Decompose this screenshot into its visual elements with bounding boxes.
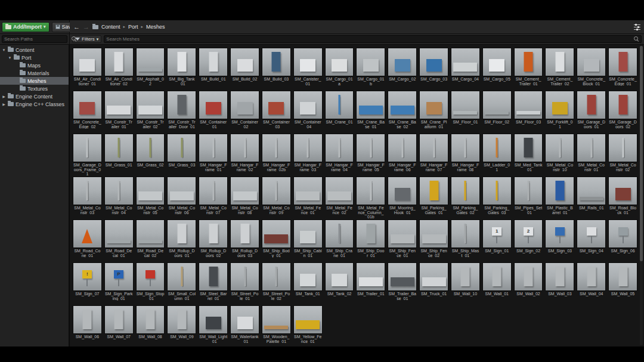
asset-tile[interactable]: SM_Floor_02 bbox=[481, 89, 513, 132]
asset-tile[interactable]: SM_Canister_01 bbox=[292, 47, 324, 89]
asset-tile[interactable]: SM_Wooden_Palette_01 bbox=[261, 304, 292, 346]
asset-tile[interactable]: SM_Metal_Constr_10 bbox=[544, 132, 575, 175]
asset-tile[interactable]: SM_Metal_Fence_Column_01b bbox=[355, 175, 386, 218]
asset-tile[interactable]: SM_Wall_09 bbox=[166, 304, 197, 346]
asset-tile[interactable]: 1SM_Sign_01 bbox=[481, 218, 513, 261]
sidebar-item-content[interactable]: ▼Content bbox=[0, 46, 69, 54]
asset-tile[interactable]: SM_Constr_Trailer_Door_01 bbox=[166, 89, 197, 132]
asset-tile[interactable]: SM_Constr_Trailer_01 bbox=[103, 89, 135, 132]
asset-tile[interactable]: SM_Sign_Stop_01 bbox=[135, 261, 166, 304]
asset-tile[interactable]: SM_Ship_Body_01 bbox=[261, 218, 292, 261]
asset-tile[interactable]: SM_Wall_01 bbox=[481, 261, 513, 304]
asset-tile[interactable]: SM_Crane_01 bbox=[324, 89, 355, 132]
asset-tile[interactable]: SM_Pipes_Set_01 bbox=[513, 175, 544, 218]
asset-tile[interactable]: SM_Wall_06 bbox=[72, 304, 103, 346]
asset-tile[interactable]: SM_Cement_Trailer_02 bbox=[544, 47, 575, 89]
asset-tile[interactable]: SM_Ship_Cabin_01 bbox=[292, 218, 324, 261]
sidebar-item-engine-content[interactable]: ▶Engine Content bbox=[0, 92, 69, 100]
asset-tile[interactable]: SM_Ship_Crane_01 bbox=[324, 218, 355, 261]
asset-tile[interactable]: SM_Metal_Constr_07 bbox=[197, 175, 229, 218]
asset-tile[interactable]: SM_Container_03 bbox=[261, 89, 292, 132]
asset-tile[interactable]: SM_Wall_07 bbox=[103, 304, 135, 346]
asset-tile[interactable]: SM_Concrete_Edge_01 bbox=[607, 47, 639, 89]
asset-tile[interactable]: SM_Build_01 bbox=[197, 47, 229, 89]
asset-tile[interactable]: SM_Cargo_03 bbox=[418, 47, 450, 89]
asset-tile[interactable]: SM_Concrete_Block_01 bbox=[575, 47, 607, 89]
sidebar-item-engine-c-classes[interactable]: ▶Engine C++ Classes bbox=[0, 100, 69, 108]
forward-button[interactable]: → bbox=[83, 24, 89, 30]
asset-tile[interactable]: SM_Steel_Barrel_01 bbox=[197, 261, 229, 304]
asset-tile[interactable]: SM_Parking_Gates_01 bbox=[418, 175, 450, 218]
asset-tile[interactable]: SM_Build_03 bbox=[261, 47, 292, 89]
asset-tile[interactable]: SM_Cargo_01b bbox=[355, 47, 386, 89]
asset-tile[interactable]: SM_Trailer_Base_01 bbox=[386, 261, 418, 304]
asset-tile[interactable]: SM_Cargo_02 bbox=[386, 47, 418, 89]
asset-tile[interactable]: SM_Watertank_01 bbox=[229, 304, 261, 346]
asset-tile[interactable]: SM_Wall_Light_01 bbox=[197, 304, 229, 346]
asset-tile[interactable]: SM_Concrete_Edge_02 bbox=[72, 89, 103, 132]
asset-tile[interactable]: SM_Air_Conditioner_01 bbox=[72, 47, 103, 89]
asset-tile[interactable]: SM_Container_01 bbox=[197, 89, 229, 132]
asset-tile[interactable]: SM_Metal_Fence_02 bbox=[324, 175, 355, 218]
asset-tile[interactable]: 2SM_Sign_02 bbox=[513, 218, 544, 261]
asset-tile[interactable]: SM_Trailer_01 bbox=[355, 261, 386, 304]
breadcrumb-item[interactable]: Meshes bbox=[146, 24, 165, 30]
asset-tile[interactable]: SM_Hangar_Frame_02b bbox=[261, 132, 292, 175]
asset-tile[interactable]: SM_Ship_Mast_01 bbox=[450, 218, 481, 261]
asset-tile[interactable]: SM_Hangar_Frame_02 bbox=[229, 132, 261, 175]
sidebar-item-maps[interactable]: Maps bbox=[0, 61, 69, 69]
tree-expander-icon[interactable]: ▶ bbox=[2, 102, 6, 106]
asset-tile[interactable]: SM_Road_Decal_02 bbox=[135, 218, 166, 261]
asset-tile[interactable]: SM_Asphalt_02 bbox=[135, 47, 166, 89]
asset-tile[interactable]: SM_Rollup_Doors_02 bbox=[197, 218, 229, 261]
asset-tile[interactable]: SM_Sign_04 bbox=[575, 218, 607, 261]
asset-tile[interactable]: SM_Road_Decal_01 bbox=[103, 218, 135, 261]
sidebar-item-port[interactable]: ▼Port bbox=[0, 54, 69, 61]
asset-tile[interactable]: SM_Road_Cone_01 bbox=[72, 218, 103, 261]
asset-tile[interactable]: SM_Ship_Fence_02 bbox=[418, 218, 450, 261]
view-settings-icon[interactable] bbox=[634, 24, 640, 30]
asset-tile[interactable]: SM_Parking_Gates_02 bbox=[450, 175, 481, 218]
asset-tile[interactable]: SM_Garage_Doors_Frame_01 bbox=[72, 132, 103, 175]
asset-tile[interactable]: SM_Parking_Gates_03 bbox=[481, 175, 513, 218]
asset-tile[interactable]: SM_Wall_08 bbox=[135, 304, 166, 346]
asset-tile[interactable]: SM_Med_Tank_01 bbox=[513, 132, 544, 175]
asset-tile[interactable]: SM_Cargo_01a bbox=[324, 47, 355, 89]
asset-tile[interactable]: SM_Garage_Doors_01 bbox=[575, 89, 607, 132]
asset-tile[interactable]: SM_Air_Conditioner_02 bbox=[103, 47, 135, 89]
asset-tile[interactable]: SM_Metal_Constr_02 bbox=[607, 132, 639, 175]
sidebar-item-meshes[interactable]: Meshes bbox=[0, 77, 69, 85]
asset-tile[interactable]: SM_Metal_Constr_09 bbox=[261, 175, 292, 218]
asset-tile[interactable]: SM_Forklift_01 bbox=[544, 89, 575, 132]
asset-tile[interactable]: SM_Sign_06 bbox=[607, 218, 639, 261]
asset-tile[interactable]: !SM_Sign_07 bbox=[72, 261, 103, 304]
asset-tile[interactable]: SM_Truck_01 bbox=[418, 261, 450, 304]
asset-tile[interactable]: SM_Metal_Constr_08 bbox=[229, 175, 261, 218]
asset-tile[interactable]: SM_Hangar_Frame_05 bbox=[355, 132, 386, 175]
asset-tile[interactable]: SM_Hangar_Frame_01 bbox=[197, 132, 229, 175]
vertical-scrollbar[interactable] bbox=[640, 46, 643, 345]
asset-tile[interactable]: SM_Cement_Trailer_01 bbox=[513, 47, 544, 89]
asset-tile[interactable]: SM_Constr_Trailer_02 bbox=[135, 89, 166, 132]
breadcrumb-item[interactable]: Port bbox=[128, 24, 138, 30]
asset-tile[interactable]: SM_Mooring_Hook_01 bbox=[386, 175, 418, 218]
sidebar-item-materials[interactable]: Materials bbox=[0, 69, 69, 77]
asset-tile[interactable]: SM_Wall_04 bbox=[575, 261, 607, 304]
search-assets-input[interactable] bbox=[104, 36, 634, 42]
asset-tile[interactable]: SM_Wall_05 bbox=[607, 261, 639, 304]
asset-tile[interactable]: SM_Crane_Base_01 bbox=[355, 89, 386, 132]
asset-tile[interactable]: SM_Floor_01 bbox=[450, 89, 481, 132]
asset-tile[interactable]: SM_Container_04 bbox=[292, 89, 324, 132]
asset-tile[interactable]: SM_Tank_01 bbox=[292, 261, 324, 304]
asset-tile[interactable]: SM_Wall_02 bbox=[513, 261, 544, 304]
asset-tile[interactable]: SM_Metal_Fence_01 bbox=[292, 175, 324, 218]
search-paths-input[interactable] bbox=[2, 36, 72, 42]
asset-tile[interactable]: SM_Metal_Constr_05 bbox=[135, 175, 166, 218]
asset-tile[interactable]: SM_Rollup_Doors_01 bbox=[166, 218, 197, 261]
scrollbar-thumb[interactable] bbox=[640, 46, 643, 261]
asset-tile[interactable]: SM_Metal_Constr_01 bbox=[575, 132, 607, 175]
asset-tile[interactable]: SM_Hangar_Frame_06 bbox=[386, 132, 418, 175]
asset-tile[interactable]: SM_Metal_Constr_04 bbox=[103, 175, 135, 218]
asset-tile[interactable]: SM_Hangar_Frame_03 bbox=[292, 132, 324, 175]
asset-tile[interactable]: PSM_Sign_Parking_01 bbox=[103, 261, 135, 304]
